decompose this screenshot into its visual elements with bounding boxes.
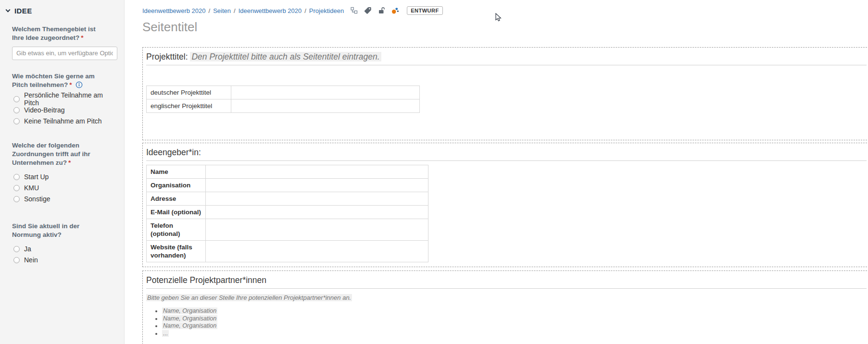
chevron-down-icon <box>6 8 11 12</box>
table-label-cell: deutscher Projekttitel <box>147 86 231 99</box>
ideengeber-table: Name Organisation Adresse E-Mail (option… <box>146 165 428 262</box>
radio-option-ja[interactable]: Ja <box>12 244 117 255</box>
section-heading-row: Potenzielle Projektpartner*innen <box>146 274 867 286</box>
radio-icon[interactable] <box>13 107 20 113</box>
page-meta-icons <box>351 7 399 14</box>
page-title: Seitentitel <box>142 20 868 35</box>
sidebar-section-idee[interactable]: IDEE <box>5 7 117 15</box>
table-row: Telefon (optional) <box>147 219 428 241</box>
field-pitch: Wie möchten Sie gerne am Pitch teilnehme… <box>12 72 117 127</box>
table-label-cell: Organisation <box>147 179 206 192</box>
radio-icon[interactable] <box>13 257 20 263</box>
breadcrumb-link-current[interactable]: Projektideen <box>309 7 344 14</box>
table-label-cell: Name <box>147 165 206 179</box>
heading-divider <box>146 65 867 65</box>
inline-placeholder-text: Den Projekttitel bitte auch als Seitenti… <box>190 52 381 61</box>
radio-label[interactable]: Sonstige <box>24 195 50 203</box>
radio-label[interactable]: Keine Teilnahme am Pitch <box>24 117 102 125</box>
breadcrumb-separator: / <box>304 7 306 14</box>
radio-option-keine-teilnahme[interactable]: Keine Teilnahme am Pitch <box>12 116 117 127</box>
breadcrumb-link-pages[interactable]: Seiten <box>213 7 231 14</box>
section-projekttitel: Projekttitel: Den Projekttitel bitte auc… <box>142 47 868 140</box>
table-row: deutscher Projekttitel <box>147 86 420 99</box>
themengebiet-input[interactable] <box>12 47 117 60</box>
section-heading: Potenzielle Projektpartner*innen <box>146 275 266 285</box>
table-value-cell <box>231 86 420 99</box>
normung-radio-group: Ja Nein <box>12 244 117 266</box>
unlock-icon[interactable] <box>378 7 385 14</box>
pitch-radio-group: Persönliche Teilnahme am Pitch Video-Bei… <box>12 94 117 127</box>
table-label-cell: Telefon (optional) <box>147 219 206 241</box>
list-item: Name, Organisation <box>162 307 867 315</box>
radio-icon[interactable] <box>13 174 20 180</box>
table-row: Website (falls vorhanden) <box>147 241 428 262</box>
required-asterisk: * <box>81 34 83 41</box>
table-value-cell <box>206 241 428 262</box>
field-label-pitch: Wie möchten Sie gerne am Pitch teilnehme… <box>12 72 108 89</box>
radio-icon[interactable] <box>13 246 20 252</box>
radio-option-persoenliche-teilnahme[interactable]: Persönliche Teilnahme am Pitch <box>12 94 117 105</box>
list-item: ... <box>162 330 867 338</box>
breadcrumb-separator: / <box>234 7 236 14</box>
zuordnung-radio-group: Start Up KMU Sonstige <box>12 172 117 205</box>
section-heading: Ideengeber*in: <box>146 147 201 157</box>
radio-option-start-up[interactable]: Start Up <box>12 172 117 183</box>
table-label-cell: Adresse <box>147 192 206 206</box>
section-ideengeber: Ideengeber*in: Name Organisation Adresse… <box>142 143 868 267</box>
list-item: Name, Organisation <box>162 322 867 330</box>
list-item-text: Name, Organisation <box>162 315 217 322</box>
radio-label[interactable]: Persönliche Teilnahme am Pitch <box>24 91 117 107</box>
section-projektpartner: Potenzielle Projektpartner*innen Bitte g… <box>142 270 868 344</box>
table-row: E-Mail (optional) <box>147 206 428 219</box>
list-item: Name, Organisation <box>162 315 867 323</box>
section-heading: Projekttitel: <box>146 52 188 61</box>
radio-icon[interactable] <box>13 96 20 102</box>
section-description-row: Bitte geben Sie an dieser Stelle Ihre po… <box>146 294 867 302</box>
partner-list: Name, Organisation Name, Organisation Na… <box>146 307 867 337</box>
field-zuordnung: Welche der folgenden Zuordnungen trifft … <box>12 141 117 205</box>
required-asterisk: * <box>68 159 71 166</box>
sidebar-section-title: IDEE <box>14 7 32 15</box>
section-description: Bitte geben Sie an dieser Stelle Ihre po… <box>146 294 352 301</box>
mouse-cursor <box>495 13 502 22</box>
radio-label[interactable]: Video-Beitrag <box>24 106 65 114</box>
projekttitel-table: deutscher Projekttitel englischer Projek… <box>146 86 420 113</box>
list-item-text: ... <box>162 330 169 337</box>
radio-icon[interactable] <box>13 118 20 124</box>
radio-option-sonstige[interactable]: Sonstige <box>12 194 117 205</box>
field-label-normung: Sind Sie aktuell in der Normung aktiv? <box>12 222 108 239</box>
section-heading-row: Projekttitel: Den Projekttitel bitte auc… <box>146 51 867 62</box>
table-row: Name <box>147 165 428 179</box>
table-value-cell <box>231 99 420 113</box>
table-label-cell: E-Mail (optional) <box>147 206 206 219</box>
breadcrumb-link-parent[interactable]: Ideenwettbewerb 2020 <box>239 7 302 14</box>
tag-icon[interactable] <box>364 7 372 14</box>
breadcrumb: Ideenwettbewerb 2020 / Seiten / Ideenwet… <box>142 6 868 15</box>
table-label-cell: englischer Projekttitel <box>147 99 231 113</box>
table-value-cell <box>206 192 428 206</box>
page-tree-icon[interactable] <box>351 7 358 14</box>
bubbles-icon[interactable] <box>391 7 399 14</box>
radio-icon[interactable] <box>13 185 20 191</box>
field-label-zuordnung: Welche der folgenden Zuordnungen trifft … <box>12 141 108 167</box>
field-themengebiet: Welchem Themengebiet ist Ihre Idee zugeo… <box>12 25 117 60</box>
section-heading-row: Ideengeber*in: <box>146 147 867 158</box>
page-content: Ideenwettbewerb 2020 / Seiten / Ideenwet… <box>125 0 868 344</box>
radio-label[interactable]: Ja <box>24 245 31 253</box>
radio-option-kmu[interactable]: KMU <box>12 183 117 194</box>
heading-divider <box>146 288 867 289</box>
radio-label[interactable]: Start Up <box>24 173 49 181</box>
radio-option-nein[interactable]: Nein <box>12 255 117 266</box>
table-row: Adresse <box>147 192 428 206</box>
breadcrumb-link-space[interactable]: Ideenwettbewerb 2020 <box>142 7 206 14</box>
info-icon[interactable] <box>75 81 83 88</box>
breadcrumb-separator: / <box>209 7 211 14</box>
table-value-cell <box>206 165 428 179</box>
field-label-text: Welche der folgenden Zuordnungen trifft … <box>12 142 90 166</box>
radio-label[interactable]: KMU <box>24 184 39 192</box>
radio-icon[interactable] <box>13 196 20 202</box>
table-row: Organisation <box>147 179 428 192</box>
table-value-cell <box>206 219 428 241</box>
radio-label[interactable]: Nein <box>24 256 38 264</box>
required-asterisk: * <box>69 81 72 88</box>
